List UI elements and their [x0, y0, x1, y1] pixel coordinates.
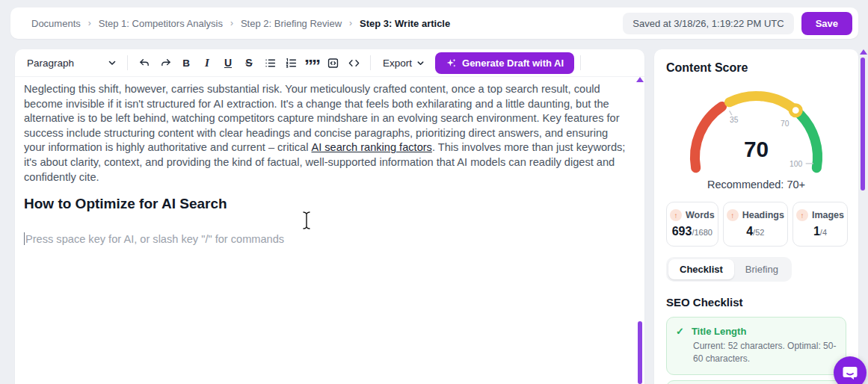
images-target: /4	[820, 228, 827, 237]
gauge-tick-line	[730, 111, 732, 115]
images-stat-card: ↑ Images 1/4	[792, 202, 848, 247]
images-count: 1	[813, 225, 820, 238]
undo-icon	[138, 57, 151, 69]
inline-link[interactable]: AI search ranking factors	[311, 141, 431, 153]
editor-panel: Paragraph B I U S ”” Export	[15, 49, 644, 384]
bullet-list-button[interactable]	[259, 52, 280, 73]
checklist-item-title: Title Length	[692, 326, 746, 337]
recommended-score-label: Recommended: 70+	[666, 179, 846, 191]
headings-target: /52	[753, 228, 764, 237]
sparkles-icon	[446, 58, 457, 69]
editor-scrollbar-thumb[interactable]	[638, 321, 642, 384]
breadcrumb-documents[interactable]: Documents	[31, 18, 81, 29]
gauge-tick-35: 35	[730, 116, 739, 124]
document-stats: ↑ Words 693/1680 ↑ Headings 4/52 ↑ Image…	[666, 202, 846, 247]
save-button[interactable]: Save	[801, 12, 852, 35]
headings-count: 4	[746, 225, 753, 238]
gauge-tick-70: 70	[781, 120, 789, 128]
sidebar-tabs: Checklist Briefing	[666, 257, 792, 282]
bullet-list-icon	[264, 57, 277, 69]
content-score-gauge: 35 70 100 70	[680, 79, 833, 177]
redo-icon	[159, 57, 172, 69]
breadcrumb-step1[interactable]: Step 1: Competitors Analysis	[99, 18, 223, 29]
tab-checklist[interactable]: Checklist	[668, 259, 734, 279]
italic-button[interactable]: I	[197, 52, 218, 73]
content-score-value: 70	[744, 137, 769, 162]
document-editor[interactable]: Neglecting this shift, however, carries …	[15, 77, 644, 245]
content-score-panel: Content Score 35 70 100 70 Recommended: …	[654, 49, 858, 384]
code-block-button[interactable]	[322, 52, 343, 73]
editor-toolbar: Paragraph B I U S ”” Export	[15, 49, 644, 77]
editor-placeholder: Press space key for AI, or slash key "/"…	[25, 233, 284, 245]
gauge-arc-low	[695, 106, 721, 167]
editor-scroll-up-arrow[interactable]	[636, 77, 644, 82]
words-stat-label: Words	[686, 210, 715, 220]
sidebar-scroll-up-arrow[interactable]	[860, 49, 867, 55]
checklist-item-description: Current: 52 characters. Optimal: 50-60 c…	[693, 340, 837, 366]
gauge-marker	[790, 105, 801, 116]
breadcrumb-step3-current[interactable]: Step 3: Write article	[360, 18, 450, 29]
words-count: 693	[672, 225, 692, 238]
undo-button[interactable]	[134, 52, 155, 73]
images-stat-label: Images	[812, 210, 844, 220]
ordered-list-button[interactable]	[280, 52, 301, 73]
blockquote-button[interactable]: ””	[301, 52, 322, 73]
content-score-title: Content Score	[666, 61, 846, 75]
breadcrumb: Documents › Step 1: Competitors Analysis…	[31, 18, 623, 29]
chat-launcher-button[interactable]	[834, 356, 867, 384]
block-type-label: Paragraph	[27, 58, 74, 69]
export-dropdown[interactable]: Export	[377, 54, 431, 72]
article-heading[interactable]: How to Optimize for AI Search	[24, 196, 631, 212]
chevron-right-icon: ›	[230, 18, 233, 28]
tab-briefing[interactable]: Briefing	[734, 259, 789, 279]
seo-checklist-title: SEO Checklist	[666, 296, 846, 309]
toolbar-divider	[127, 55, 128, 70]
article-paragraph[interactable]: Neglecting this shift, however, carries …	[24, 82, 631, 185]
sidebar-scrollbar-thumb[interactable]	[861, 58, 865, 191]
ordered-list-icon	[285, 57, 298, 69]
block-type-dropdown[interactable]: Paragraph	[25, 55, 121, 72]
words-stat-card: ↑ Words 693/1680	[666, 202, 718, 247]
code-block-icon	[327, 57, 339, 69]
toolbar-divider	[580, 55, 581, 70]
toolbar-divider	[370, 55, 371, 70]
chevron-right-icon: ›	[349, 18, 352, 28]
headings-stat-label: Headings	[742, 210, 784, 220]
redo-button[interactable]	[155, 52, 176, 73]
empty-block[interactable]: Press space key for AI, or slash key "/"…	[24, 232, 631, 245]
gauge-tick-100: 100	[789, 160, 802, 168]
export-label: Export	[383, 58, 412, 69]
inline-code-button[interactable]	[343, 52, 364, 73]
gauge-arc-high	[800, 114, 817, 167]
chevron-down-icon	[108, 58, 117, 67]
underline-button[interactable]: U	[218, 52, 238, 73]
strikethrough-button[interactable]: S	[238, 52, 259, 73]
gauge-arc-mid	[730, 96, 796, 110]
breadcrumb-step2[interactable]: Step 2: Briefing Review	[241, 18, 342, 29]
inline-code-icon	[348, 57, 360, 69]
trend-up-icon: ↑	[796, 209, 808, 221]
check-icon: ✓	[676, 326, 684, 337]
words-target: /1680	[692, 228, 712, 237]
chevron-right-icon: ›	[88, 18, 91, 28]
trend-up-icon: ↑	[670, 209, 682, 221]
trend-up-icon: ↑	[727, 209, 739, 221]
bold-button[interactable]: B	[176, 52, 197, 73]
checklist-item-title-length[interactable]: ✓ Title Length Current: 52 characters. O…	[666, 317, 846, 375]
chat-bubble-icon	[841, 364, 859, 382]
top-bar: Documents › Step 1: Competitors Analysis…	[10, 7, 858, 39]
save-status-badge: Saved at 3/18/26, 1:19:22 PM UTC	[623, 13, 793, 34]
headings-stat-card: ↑ Headings 4/52	[723, 202, 788, 247]
generate-draft-ai-label: Generate Draft with AI	[462, 58, 564, 69]
chevron-down-icon	[416, 59, 425, 67]
text-caret	[24, 232, 25, 245]
generate-draft-ai-button[interactable]: Generate Draft with AI	[435, 52, 574, 74]
checklist-item-partial[interactable]	[666, 380, 846, 384]
